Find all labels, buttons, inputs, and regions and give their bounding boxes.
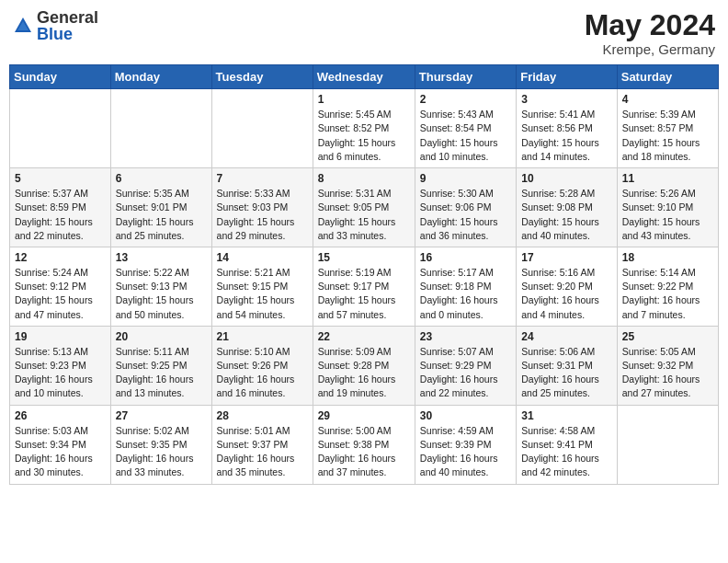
day-info: Sunrise: 5:09 AM Sunset: 9:28 PM Dayligh… <box>318 345 410 401</box>
title-block: May 2024 Krempe, Germany <box>585 9 715 57</box>
calendar-cell: 10Sunrise: 5:28 AM Sunset: 9:08 PM Dayli… <box>517 168 618 247</box>
day-of-week-header: Wednesday <box>313 65 415 89</box>
day-number: 14 <box>217 251 308 264</box>
location-subtitle: Krempe, Germany <box>585 41 715 57</box>
day-number: 13 <box>116 251 207 264</box>
calendar-cell: 25Sunrise: 5:05 AM Sunset: 9:32 PM Dayli… <box>617 326 718 405</box>
day-number: 17 <box>521 251 612 264</box>
calendar-cell: 1Sunrise: 5:45 AM Sunset: 8:52 PM Daylig… <box>313 89 415 168</box>
day-number: 29 <box>318 409 410 422</box>
day-info: Sunrise: 5:28 AM Sunset: 9:08 PM Dayligh… <box>521 187 612 243</box>
calendar-week-row: 12Sunrise: 5:24 AM Sunset: 9:12 PM Dayli… <box>10 247 719 326</box>
calendar-week-row: 19Sunrise: 5:13 AM Sunset: 9:23 PM Dayli… <box>10 326 719 405</box>
calendar-cell: 31Sunrise: 4:58 AM Sunset: 9:41 PM Dayli… <box>517 405 618 484</box>
day-info: Sunrise: 5:30 AM Sunset: 9:06 PM Dayligh… <box>420 187 511 243</box>
day-number: 4 <box>622 93 713 106</box>
day-info: Sunrise: 5:01 AM Sunset: 9:37 PM Dayligh… <box>217 424 308 480</box>
calendar-cell: 2Sunrise: 5:43 AM Sunset: 8:54 PM Daylig… <box>415 89 516 168</box>
day-info: Sunrise: 5:43 AM Sunset: 8:54 PM Dayligh… <box>420 108 511 164</box>
day-number: 19 <box>15 330 106 343</box>
calendar-cell: 22Sunrise: 5:09 AM Sunset: 9:28 PM Dayli… <box>313 326 415 405</box>
day-info: Sunrise: 5:19 AM Sunset: 9:17 PM Dayligh… <box>318 266 410 322</box>
day-number: 28 <box>217 409 308 422</box>
day-number: 25 <box>622 330 713 343</box>
day-number: 12 <box>15 251 106 264</box>
day-number: 16 <box>420 251 511 264</box>
calendar-cell: 7Sunrise: 5:33 AM Sunset: 9:03 PM Daylig… <box>211 168 313 247</box>
day-number: 22 <box>318 330 410 343</box>
day-info: Sunrise: 5:11 AM Sunset: 9:25 PM Dayligh… <box>116 345 207 401</box>
day-of-week-header: Sunday <box>10 65 111 89</box>
month-year-title: May 2024 <box>585 9 715 41</box>
calendar-cell: 8Sunrise: 5:31 AM Sunset: 9:05 PM Daylig… <box>313 168 415 247</box>
day-info: Sunrise: 5:22 AM Sunset: 9:13 PM Dayligh… <box>116 266 207 322</box>
day-info: Sunrise: 5:21 AM Sunset: 9:15 PM Dayligh… <box>217 266 308 322</box>
calendar-cell: 9Sunrise: 5:30 AM Sunset: 9:06 PM Daylig… <box>415 168 516 247</box>
day-number: 18 <box>622 251 713 264</box>
day-info: Sunrise: 5:17 AM Sunset: 9:18 PM Dayligh… <box>420 266 511 322</box>
day-info: Sunrise: 5:39 AM Sunset: 8:57 PM Dayligh… <box>622 108 713 164</box>
page-header: General Blue May 2024 Krempe, Germany <box>9 9 719 57</box>
day-of-week-header: Monday <box>110 65 211 89</box>
logo-blue-text: Blue <box>37 25 73 43</box>
day-number: 21 <box>217 330 308 343</box>
day-number: 26 <box>15 409 106 422</box>
day-of-week-header: Tuesday <box>211 65 313 89</box>
calendar-cell: 29Sunrise: 5:00 AM Sunset: 9:38 PM Dayli… <box>313 405 415 484</box>
calendar-cell: 5Sunrise: 5:37 AM Sunset: 8:59 PM Daylig… <box>10 168 111 247</box>
calendar-cell: 15Sunrise: 5:19 AM Sunset: 9:17 PM Dayli… <box>313 247 415 326</box>
calendar-cell: 14Sunrise: 5:21 AM Sunset: 9:15 PM Dayli… <box>211 247 313 326</box>
day-number: 15 <box>318 251 410 264</box>
day-info: Sunrise: 5:10 AM Sunset: 9:26 PM Dayligh… <box>217 345 308 401</box>
calendar-cell: 27Sunrise: 5:02 AM Sunset: 9:35 PM Dayli… <box>110 405 211 484</box>
day-info: Sunrise: 5:35 AM Sunset: 9:01 PM Dayligh… <box>116 187 207 243</box>
day-number: 6 <box>116 172 207 185</box>
day-number: 23 <box>420 330 511 343</box>
logo-icon <box>13 16 33 36</box>
logo: General Blue <box>13 9 98 42</box>
day-number: 30 <box>420 409 511 422</box>
day-info: Sunrise: 5:02 AM Sunset: 9:35 PM Dayligh… <box>116 424 207 480</box>
calendar-cell: 11Sunrise: 5:26 AM Sunset: 9:10 PM Dayli… <box>617 168 718 247</box>
calendar-cell <box>10 89 111 168</box>
calendar-cell: 30Sunrise: 4:59 AM Sunset: 9:39 PM Dayli… <box>415 405 516 484</box>
day-of-week-header: Friday <box>517 65 618 89</box>
calendar-cell: 16Sunrise: 5:17 AM Sunset: 9:18 PM Dayli… <box>415 247 516 326</box>
calendar-table: SundayMondayTuesdayWednesdayThursdayFrid… <box>9 64 719 484</box>
calendar-cell: 19Sunrise: 5:13 AM Sunset: 9:23 PM Dayli… <box>10 326 111 405</box>
calendar-cell: 23Sunrise: 5:07 AM Sunset: 9:29 PM Dayli… <box>415 326 516 405</box>
calendar-cell <box>110 89 211 168</box>
day-number: 1 <box>318 93 410 106</box>
calendar-cell: 26Sunrise: 5:03 AM Sunset: 9:34 PM Dayli… <box>10 405 111 484</box>
calendar-cell: 3Sunrise: 5:41 AM Sunset: 8:56 PM Daylig… <box>517 89 618 168</box>
calendar-cell: 18Sunrise: 5:14 AM Sunset: 9:22 PM Dayli… <box>617 247 718 326</box>
day-info: Sunrise: 5:00 AM Sunset: 9:38 PM Dayligh… <box>318 424 410 480</box>
day-of-week-header: Thursday <box>415 65 516 89</box>
calendar-cell: 12Sunrise: 5:24 AM Sunset: 9:12 PM Dayli… <box>10 247 111 326</box>
day-number: 3 <box>521 93 612 106</box>
calendar-cell: 6Sunrise: 5:35 AM Sunset: 9:01 PM Daylig… <box>110 168 211 247</box>
day-info: Sunrise: 5:13 AM Sunset: 9:23 PM Dayligh… <box>15 345 106 401</box>
day-info: Sunrise: 5:16 AM Sunset: 9:20 PM Dayligh… <box>521 266 612 322</box>
day-info: Sunrise: 5:14 AM Sunset: 9:22 PM Dayligh… <box>622 266 713 322</box>
day-number: 11 <box>622 172 713 185</box>
day-info: Sunrise: 5:41 AM Sunset: 8:56 PM Dayligh… <box>521 108 612 164</box>
day-info: Sunrise: 5:33 AM Sunset: 9:03 PM Dayligh… <box>217 187 308 243</box>
day-number: 24 <box>521 330 612 343</box>
calendar-header-row: SundayMondayTuesdayWednesdayThursdayFrid… <box>10 65 719 89</box>
day-info: Sunrise: 5:45 AM Sunset: 8:52 PM Dayligh… <box>318 108 410 164</box>
day-number: 20 <box>116 330 207 343</box>
calendar-cell <box>211 89 313 168</box>
day-info: Sunrise: 4:59 AM Sunset: 9:39 PM Dayligh… <box>420 424 511 480</box>
day-of-week-header: Saturday <box>617 65 718 89</box>
logo-general-text: General <box>37 8 98 27</box>
calendar-week-row: 1Sunrise: 5:45 AM Sunset: 8:52 PM Daylig… <box>10 89 719 168</box>
day-number: 31 <box>521 409 612 422</box>
day-info: Sunrise: 5:07 AM Sunset: 9:29 PM Dayligh… <box>420 345 511 401</box>
calendar-cell: 24Sunrise: 5:06 AM Sunset: 9:31 PM Dayli… <box>517 326 618 405</box>
day-info: Sunrise: 5:06 AM Sunset: 9:31 PM Dayligh… <box>521 345 612 401</box>
calendar-cell: 21Sunrise: 5:10 AM Sunset: 9:26 PM Dayli… <box>211 326 313 405</box>
day-number: 8 <box>318 172 410 185</box>
day-info: Sunrise: 4:58 AM Sunset: 9:41 PM Dayligh… <box>521 424 612 480</box>
day-info: Sunrise: 5:37 AM Sunset: 8:59 PM Dayligh… <box>15 187 106 243</box>
